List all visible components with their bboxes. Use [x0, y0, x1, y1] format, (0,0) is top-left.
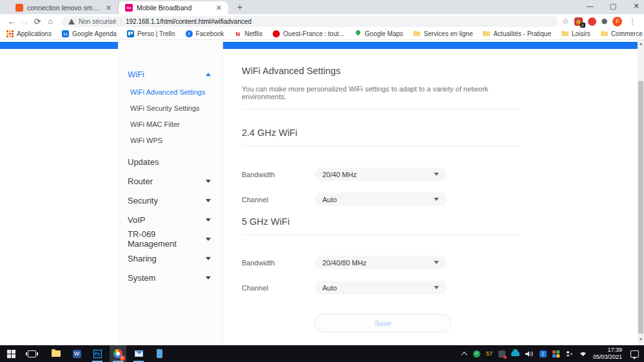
sidebar-item-security[interactable]: Security — [118, 191, 222, 210]
select-value: Auto — [322, 284, 337, 292]
notification-dot-tray-icon[interactable] — [498, 350, 505, 357]
chevron-down-icon — [206, 218, 211, 222]
bookmark-folder-loisirs[interactable]: Loisirs — [561, 30, 590, 37]
back-icon[interactable]: ← — [5, 17, 18, 26]
sidebar-label: Updates — [128, 157, 159, 167]
page-description: You can make more personalized WiFi sett… — [242, 85, 520, 100]
mail-icon — [135, 350, 143, 357]
file-explorer-button[interactable] — [48, 345, 64, 362]
reload-icon[interactable]: ⟳ — [31, 17, 44, 26]
sidebar-item-sharing[interactable]: Sharing — [118, 249, 222, 268]
ethernet-user-icon[interactable] — [565, 350, 573, 357]
bluetooth-icon[interactable]: ᛒ — [540, 350, 547, 357]
profile-avatar[interactable]: F — [612, 17, 622, 26]
section-heading-5ghz: 5 GHz WiFi — [242, 216, 520, 227]
bookmark-folder-actualites[interactable]: Actualités - Pratique — [483, 30, 551, 37]
channel-5-select[interactable]: Auto — [315, 281, 447, 294]
close-button[interactable]: ✕ — [632, 2, 640, 10]
save-button[interactable]: Save — [315, 314, 451, 332]
extensions-area: 🔒2 ⬣ F ⋮ — [574, 17, 636, 26]
sidebar-item-router[interactable]: Router — [118, 171, 222, 191]
sidebar-label: Security — [128, 196, 158, 205]
tab-title: Mobile Broadband — [137, 4, 211, 12]
bookmark-label: Actualités - Pratique — [493, 30, 551, 37]
password-lock-extension-icon[interactable]: 🔒2 — [574, 17, 583, 26]
maximize-button[interactable]: ▢ — [609, 2, 617, 10]
file-explorer-icon — [52, 350, 61, 357]
tray-expand-icon[interactable] — [461, 351, 467, 357]
sidebar-item-wifi-wps[interactable]: WiFi WPS — [118, 132, 222, 148]
windows-security-icon[interactable] — [552, 350, 560, 357]
bookmark-netflix[interactable]: NNetflix — [235, 30, 263, 37]
onedrive-tray-icon[interactable] — [511, 351, 520, 356]
chrome-button[interactable]: F — [110, 345, 126, 362]
sidebar-item-updates[interactable]: Updates — [118, 152, 222, 171]
folder-icon — [483, 30, 490, 37]
address-bar[interactable]: Non sécurisé | 192.168.1.1/html/content.… — [62, 16, 558, 27]
bookmark-facebook[interactable]: fFacebook — [186, 30, 224, 37]
start-button[interactable] — [3, 345, 19, 362]
volume-icon[interactable] — [525, 350, 534, 357]
security-label[interactable]: Non sécurisé — [79, 18, 116, 25]
tab-close-icon[interactable]: ✕ — [215, 4, 223, 12]
phone-icon — [157, 349, 162, 358]
action-center-icon[interactable] — [630, 350, 639, 357]
bookmark-star-icon[interactable]: ☆ — [562, 17, 569, 26]
channel-24-select[interactable]: Auto — [315, 193, 447, 206]
task-view-button[interactable] — [23, 345, 40, 362]
photoshop-button[interactable]: Ps — [89, 345, 106, 362]
word-button[interactable]: W — [68, 345, 85, 362]
wifi-tray-icon[interactable] — [579, 350, 587, 357]
bookmark-google-maps[interactable]: Google Maps — [355, 30, 403, 37]
minimize-button[interactable]: — — [586, 2, 594, 10]
bookmark-google-agenda[interactable]: 31Google Agenda — [62, 30, 117, 37]
mail-button[interactable] — [130, 345, 147, 362]
antivirus-tray-icon[interactable]: ✓ — [473, 350, 480, 357]
chrome-menu-icon[interactable]: ⋮ — [629, 17, 636, 26]
ouest-france-icon — [273, 30, 280, 37]
tab-mobile-broadband[interactable]: bte Mobile Broadband ✕ — [119, 1, 228, 14]
extensions-puzzle-icon[interactable]: ⬣ — [601, 17, 608, 26]
page-scrollbar[interactable]: ▲ ▼ — [638, 40, 644, 343]
scrollbar-thumb[interactable] — [638, 81, 643, 334]
bandwidth-5-select[interactable]: 20/40/80 MHz — [315, 256, 447, 269]
calendar-icon: 31 — [62, 30, 69, 37]
windows-taskbar: W Ps F ✓ 57 ᛒ 17:39 05/03/2021 — [0, 345, 644, 362]
sidebar-item-wifi-security-settings[interactable]: WiFi Security Settings — [118, 100, 222, 116]
tray-number-badge[interactable]: 57 — [486, 350, 493, 357]
url-text[interactable]: 192.168.1.1/html/content.html#wifiadvanc… — [126, 18, 251, 25]
bookmark-ouest-france[interactable]: Ouest-France : tout... — [273, 30, 344, 37]
tab-favicon — [15, 4, 23, 12]
your-phone-button[interactable] — [151, 345, 168, 362]
bookmark-trello[interactable]: Perso | Trello — [127, 30, 175, 37]
settings-main-panel: WiFi Advanced Settings You can make more… — [242, 40, 520, 332]
adblock-extension-icon[interactable] — [588, 17, 596, 26]
new-tab-button[interactable]: + — [233, 2, 246, 14]
bookmark-label: Commerce — [611, 30, 643, 37]
bookmark-label: Services en ligne — [424, 30, 473, 37]
sidebar-item-tr069[interactable]: TR-069 Management — [118, 229, 222, 249]
apps-grid-icon — [6, 30, 14, 37]
tab-lenovo-clock[interactable]: connection lenovo smart clock - ✕ — [9, 1, 119, 14]
sidebar-item-wifi-mac-filter[interactable]: WiFi MAC Filter — [118, 116, 222, 132]
bookmark-folder-commerce[interactable]: Commerce — [601, 30, 643, 37]
forward-icon[interactable]: → — [18, 17, 31, 26]
browser-tab-strip: connection lenovo smart clock - ✕ bte Mo… — [0, 0, 644, 14]
chevron-up-icon — [206, 73, 211, 76]
home-icon[interactable]: ⌂ — [44, 17, 57, 26]
scrollbar-up-arrow[interactable]: ▲ — [638, 40, 644, 48]
bookmark-applications[interactable]: Applications — [6, 30, 52, 37]
chevron-down-icon — [434, 261, 439, 264]
form-row-24-channel: Channel Auto — [242, 193, 520, 206]
bookmark-folder-services[interactable]: Services en ligne — [413, 30, 473, 37]
taskbar-clock[interactable]: 17:39 05/03/2021 — [593, 347, 622, 361]
windows-logo-icon — [7, 350, 15, 358]
sidebar-item-system[interactable]: System — [118, 268, 222, 287]
tab-close-icon[interactable]: ✕ — [104, 4, 113, 12]
chevron-down-icon — [206, 276, 211, 280]
scrollbar-down-arrow[interactable]: ▼ — [638, 336, 644, 343]
sidebar-item-wifi-advanced-settings[interactable]: WiFi Advanced Settings — [118, 84, 222, 100]
bandwidth-24-select[interactable]: 20/40 MHz — [315, 167, 447, 181]
sidebar-item-wifi[interactable]: WiFi — [118, 64, 222, 84]
sidebar-item-voip[interactable]: VoIP — [118, 210, 222, 229]
